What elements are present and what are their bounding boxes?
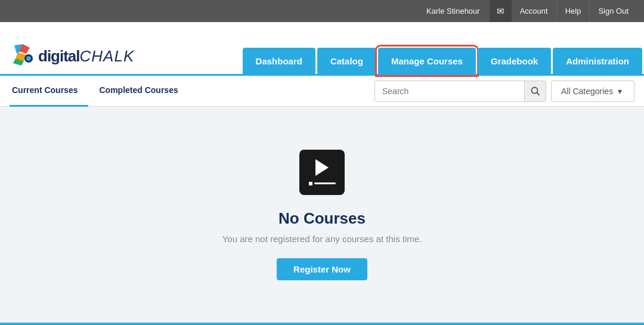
email-icon[interactable]: ✉: [490, 0, 512, 22]
header: digitalCHALK Dashboard Catalog Manage Co…: [0, 22, 644, 76]
play-icon: [315, 159, 329, 176]
nav-tab-manage-courses[interactable]: Manage Courses: [378, 48, 476, 74]
scrubber-bar: [309, 182, 336, 185]
search-area: All Categories ▾: [374, 81, 634, 102]
subnav-tab-completed-courses[interactable]: Completed Courses: [88, 76, 188, 107]
svg-line-7: [537, 92, 539, 95]
sub-nav: Current Courses Completed Courses All Ca…: [0, 76, 644, 107]
categories-label: All Categories: [561, 86, 613, 96]
nav-tab-catalog[interactable]: Catalog: [317, 48, 376, 74]
logo-text: digitalCHALK: [38, 47, 134, 66]
bottom-bar: [0, 323, 644, 325]
main-content: No Courses You are not registered for an…: [0, 107, 644, 323]
logo-icon: [12, 43, 35, 66]
categories-dropdown[interactable]: All Categories ▾: [551, 81, 634, 102]
nav-tab-dashboard[interactable]: Dashboard: [243, 48, 315, 74]
logo-area: digitalCHALK: [0, 43, 146, 74]
help-link[interactable]: Help: [556, 0, 590, 22]
no-courses-subtitle: You are not registered for any courses a…: [222, 234, 422, 244]
subnav-tab-current-courses[interactable]: Current Courses: [10, 76, 88, 107]
nav-tab-gradebook[interactable]: Gradebook: [478, 48, 551, 74]
signout-link[interactable]: Sign Out: [589, 0, 637, 22]
search-input[interactable]: [375, 81, 524, 102]
search-icon: [531, 86, 540, 96]
no-courses-icon: [299, 150, 345, 195]
register-now-button[interactable]: Register Now: [277, 258, 367, 280]
account-link[interactable]: Account: [512, 0, 556, 22]
no-courses-title: No Courses: [278, 209, 366, 228]
nav-tab-administration[interactable]: Administration: [553, 48, 642, 74]
logo-chalk: CHALK: [80, 47, 135, 65]
svg-point-5: [26, 56, 31, 61]
search-button[interactable]: [524, 81, 546, 102]
user-name: Karle Stinehour: [426, 7, 480, 16]
chevron-down-icon: ▾: [618, 86, 622, 96]
logo-svg: [12, 43, 35, 66]
logo-digital: digital: [38, 47, 80, 65]
main-nav: Dashboard Catalog Manage Courses Gradebo…: [243, 22, 644, 74]
top-bar: Karle Stinehour ✉ Account Help Sign Out: [0, 0, 644, 22]
svg-point-6: [531, 87, 537, 93]
search-box: [374, 81, 546, 102]
